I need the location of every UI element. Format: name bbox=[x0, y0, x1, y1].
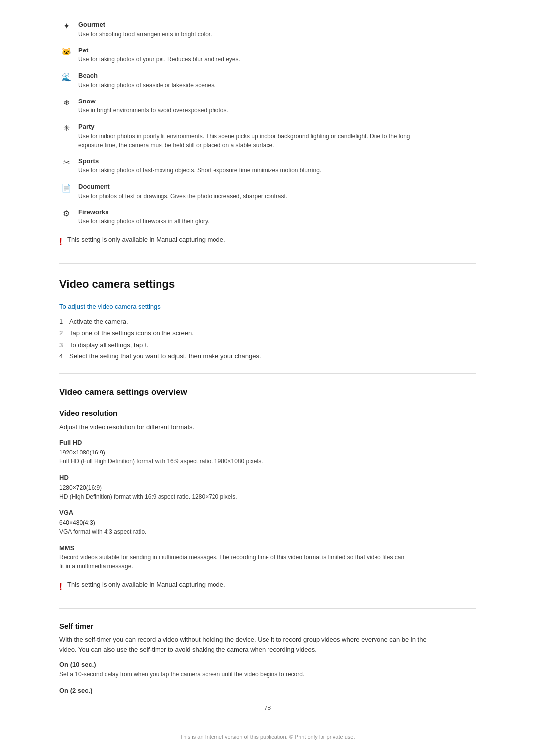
res-title: VGA640×480(4:3) bbox=[59, 508, 476, 527]
resolution-item: MMS Record videos suitable for sending i… bbox=[59, 543, 476, 571]
self-timer-item-title: On (2 sec.) bbox=[59, 686, 476, 696]
video-camera-settings-section: Video camera settings To adjust the vide… bbox=[59, 276, 476, 361]
res-desc: Record videos suitable for sending in mu… bbox=[59, 553, 406, 571]
overview-section: Video camera settings overview bbox=[59, 386, 476, 399]
step-item: 2 Tap one of the settings icons on the s… bbox=[59, 328, 476, 338]
scenes-list: ✦ Gourmet Use for shooting food arrangem… bbox=[59, 20, 476, 226]
scene-desc: Use for indoor photos in poorly lit envi… bbox=[78, 132, 425, 150]
scene-content: Document Use for photos of text or drawi… bbox=[78, 182, 287, 201]
step-item: 1 Activate the camera. bbox=[59, 317, 476, 327]
scene-content: Beach Use for taking photos of seaside o… bbox=[78, 71, 216, 90]
overview-title: Video camera settings overview bbox=[59, 386, 476, 399]
res-title: HD1280×720(16:9) bbox=[59, 473, 476, 492]
res-title: MMS bbox=[59, 543, 476, 553]
step-number: 1 bbox=[59, 317, 69, 327]
scene-icon: 🌊 bbox=[59, 71, 73, 83]
scene-item: ❄ Snow Use in bright environments to avo… bbox=[59, 97, 476, 115]
scene-item: 📄 Document Use for photos of text or dra… bbox=[59, 182, 476, 201]
scene-item: ✦ Gourmet Use for shooting food arrangem… bbox=[59, 20, 476, 39]
divider-2 bbox=[59, 373, 476, 374]
resolution-item: VGA640×480(4:3) VGA format with 4:3 aspe… bbox=[59, 508, 476, 536]
scene-desc: Use for shooting food arrangements in br… bbox=[78, 30, 212, 39]
res-desc: VGA format with 4:3 aspect ratio. bbox=[59, 527, 406, 536]
scene-icon: ✂ bbox=[59, 157, 73, 169]
scene-item: ⚙ Fireworks Use for taking photos of fir… bbox=[59, 207, 476, 226]
self-timer-intro: With the self-timer you can record a vid… bbox=[59, 635, 431, 654]
note-text-2: This setting is only available in Manual… bbox=[67, 580, 225, 590]
step-number: 3 bbox=[59, 340, 69, 350]
scene-desc: Use for taking photos of seaside or lake… bbox=[78, 81, 216, 90]
scene-content: Fireworks Use for taking photos of firew… bbox=[78, 207, 210, 226]
scene-title: Document bbox=[78, 182, 287, 192]
self-timer-item-desc: Set a 10-second delay from when you tap … bbox=[59, 670, 406, 679]
resolution-items-list: Full HD1920×1080(16:9) Full HD (Full Hig… bbox=[59, 438, 476, 571]
scene-desc: Use in bright environments to avoid over… bbox=[78, 106, 228, 115]
scene-icon: 📄 bbox=[59, 182, 73, 194]
self-timer-item: On (2 sec.) bbox=[59, 686, 476, 696]
scene-desc: Use for photos of text or drawings. Give… bbox=[78, 192, 287, 201]
video-resolution-intro: Adjust the video resolution for differen… bbox=[59, 422, 431, 432]
res-subtitle: 1280×720(16:9) bbox=[59, 484, 102, 491]
steps-list: 1 Activate the camera. 2 Tap one of the … bbox=[59, 317, 476, 361]
video-camera-settings-link: To adjust the video camera settings bbox=[59, 302, 476, 312]
note-text-1: This setting is only available in Manual… bbox=[67, 235, 225, 245]
self-timer-item-title: On (10 sec.) bbox=[59, 660, 476, 670]
scene-icon: ✦ bbox=[59, 20, 73, 32]
scene-icon: ⚙ bbox=[59, 208, 73, 220]
scene-content: Gourmet Use for shooting food arrangemen… bbox=[78, 20, 212, 39]
page-footer: This is an Internet version of this publ… bbox=[59, 733, 476, 741]
scene-desc: Use for taking photos of fireworks in al… bbox=[78, 217, 210, 226]
scene-title: Pet bbox=[78, 46, 240, 55]
scene-title: Sports bbox=[78, 156, 321, 166]
step-number: 2 bbox=[59, 328, 69, 338]
video-camera-settings-title: Video camera settings bbox=[59, 276, 476, 294]
scene-item: 🐱 Pet Use for taking photos of your pet.… bbox=[59, 46, 476, 64]
resolution-item: Full HD1920×1080(16:9) Full HD (Full Hig… bbox=[59, 438, 476, 466]
res-subtitle: 1920×1080(16:9) bbox=[59, 449, 105, 456]
scene-item: ✂ Sports Use for taking photos of fast-m… bbox=[59, 156, 476, 175]
video-resolution-title: Video resolution bbox=[59, 408, 476, 419]
scene-content: Snow Use in bright environments to avoid… bbox=[78, 97, 228, 115]
step-text: Activate the camera. bbox=[69, 317, 476, 327]
self-timer-title: Self timer bbox=[59, 621, 476, 632]
scene-desc: Use for taking photos of your pet. Reduc… bbox=[78, 55, 240, 64]
scene-item: 🌊 Beach Use for taking photos of seaside… bbox=[59, 71, 476, 90]
note-icon-2: ! bbox=[59, 580, 62, 594]
resolution-item: HD1280×720(16:9) HD (High Definition) fo… bbox=[59, 473, 476, 501]
scene-title: Party bbox=[78, 122, 425, 132]
page: ✦ Gourmet Use for shooting food arrangem… bbox=[0, 0, 535, 756]
scene-title: Beach bbox=[78, 71, 216, 81]
step-text: Select the setting that you want to adju… bbox=[69, 352, 476, 361]
scene-icon: ❄ bbox=[59, 97, 73, 109]
res-title: Full HD1920×1080(16:9) bbox=[59, 438, 476, 457]
res-desc: HD (High Definition) format with 16:9 as… bbox=[59, 492, 406, 501]
page-number: 78 bbox=[59, 703, 476, 713]
scene-desc: Use for taking photos of fast-moving obj… bbox=[78, 166, 321, 175]
step-text: To display all settings, tap ⁞. bbox=[69, 340, 476, 350]
note-2: ! This setting is only available in Manu… bbox=[59, 580, 476, 594]
res-desc: Full HD (Full High Definition) format wi… bbox=[59, 457, 406, 466]
video-resolution-section: Video resolution Adjust the video resolu… bbox=[59, 408, 476, 571]
scene-title: Gourmet bbox=[78, 20, 212, 30]
scene-content: Sports Use for taking photos of fast-mov… bbox=[78, 156, 321, 175]
scene-icon: 🐱 bbox=[59, 46, 73, 58]
step-item: 4 Select the setting that you want to ad… bbox=[59, 352, 476, 361]
scene-title: Fireworks bbox=[78, 207, 210, 217]
self-timer-section: Self timer With the self-timer you can r… bbox=[59, 621, 476, 696]
self-timer-item: On (10 sec.) Set a 10-second delay from … bbox=[59, 660, 476, 679]
step-number: 4 bbox=[59, 352, 69, 361]
step-text: Tap one of the settings icons on the scr… bbox=[69, 328, 476, 338]
self-timer-items-list: On (10 sec.) Set a 10-second delay from … bbox=[59, 660, 476, 695]
scene-content: Party Use for indoor photos in poorly li… bbox=[78, 122, 425, 150]
step-item: 3 To display all settings, tap ⁞. bbox=[59, 340, 476, 350]
res-subtitle: 640×480(4:3) bbox=[59, 519, 95, 526]
scene-icon: ✳ bbox=[59, 122, 73, 134]
scene-content: Pet Use for taking photos of your pet. R… bbox=[78, 46, 240, 64]
scene-item: ✳ Party Use for indoor photos in poorly … bbox=[59, 122, 476, 150]
note-1: ! This setting is only available in Manu… bbox=[59, 235, 476, 249]
divider-1 bbox=[59, 263, 476, 264]
scene-title: Snow bbox=[78, 97, 228, 106]
divider-3 bbox=[59, 608, 476, 609]
note-icon-1: ! bbox=[59, 235, 62, 249]
